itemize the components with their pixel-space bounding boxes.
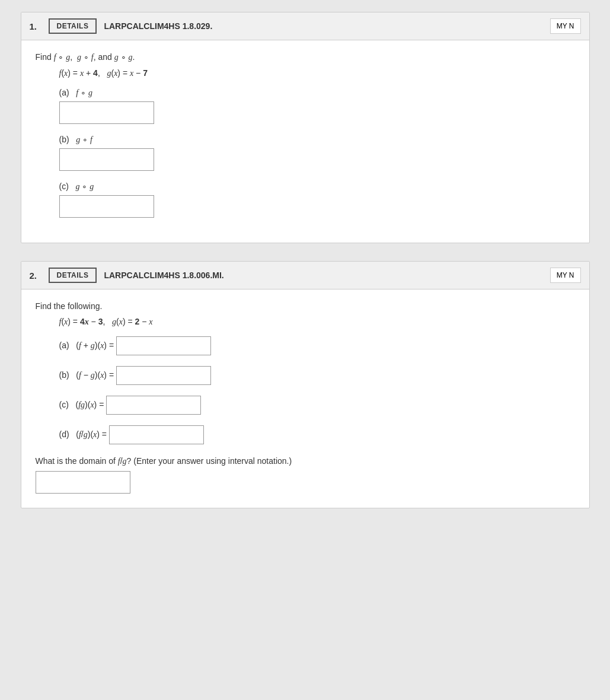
problem-2-details-button[interactable]: DETAILS (49, 268, 97, 283)
problem-1-part-b: (b) g ∘ f (59, 135, 575, 171)
problem-2-find-text: Find the following. (36, 301, 575, 311)
problem-2-part-a-input[interactable] (116, 336, 211, 355)
problem-1-part-b-label: (b) g ∘ f (59, 135, 575, 145)
problem-2-block: 2. DETAILS LARPCALCLIM4HS 1.8.006.MI. MY… (21, 261, 590, 508)
problem-1-content: Find f ∘ g, g ∘ f, and g ∘ g. f(x) = x +… (21, 40, 589, 243)
problem-1-part-c: (c) g ∘ g (59, 182, 575, 218)
problem-1-header: 1. DETAILS LARPCALCLIM4HS 1.8.029. MY N (21, 12, 589, 40)
problem-2-content: Find the following. f(x) = 4x − 3, g(x) … (21, 289, 589, 508)
problem-2-part-d-input[interactable] (109, 425, 204, 444)
problem-1-mynotes-button[interactable]: MY N (550, 18, 581, 34)
problem-2-part-d-label: (d) (f/g)(x) = (59, 425, 575, 444)
problem-1-part-a-input[interactable] (59, 101, 154, 124)
problem-1-block: 1. DETAILS LARPCALCLIM4HS 1.8.029. MY N … (21, 12, 590, 243)
problem-2-domain-text: What is the domain of f/g? (Enter your a… (36, 456, 575, 466)
problem-2-title: LARPCALCLIM4HS 1.8.006.MI. (104, 271, 542, 280)
problem-1-part-c-label: (c) g ∘ g (59, 182, 575, 192)
problem-2-part-c: (c) (fg)(x) = (59, 396, 575, 415)
problem-1-find-text: Find f ∘ g, g ∘ f, and g ∘ g. (36, 52, 575, 62)
problem-2-part-c-label: (c) (fg)(x) = (59, 396, 575, 415)
problem-1-functions: f(x) = x + 4, g(x) = x − 7 (59, 68, 575, 78)
problem-2-part-b-input[interactable] (116, 366, 211, 385)
problem-2-part-d: (d) (f/g)(x) = (59, 425, 575, 444)
problem-1-title: LARPCALCLIM4HS 1.8.029. (104, 21, 542, 31)
problem-2-part-a-label: (a) (f + g)(x) = (59, 336, 575, 355)
problem-2-part-a: (a) (f + g)(x) = (59, 336, 575, 355)
problem-1-part-a-label: (a) f ∘ g (59, 88, 575, 98)
problem-1-number: 1. (30, 21, 41, 31)
problem-2-domain-input[interactable] (36, 471, 130, 494)
problem-1-details-button[interactable]: DETAILS (49, 18, 97, 34)
problem-2-number: 2. (30, 271, 41, 281)
problem-1-part-a: (a) f ∘ g (59, 88, 575, 124)
problem-1-part-c-input[interactable] (59, 195, 154, 218)
problem-2-mynotes-button[interactable]: MY N (550, 268, 581, 283)
problem-2-part-b-label: (b) (f − g)(x) = (59, 366, 575, 385)
problem-2-part-c-input[interactable] (106, 396, 201, 415)
problem-2-part-b: (b) (f − g)(x) = (59, 366, 575, 385)
problem-2-functions: f(x) = 4x − 3, g(x) = 2 − x (59, 317, 575, 327)
page-container: 1. DETAILS LARPCALCLIM4HS 1.8.029. MY N … (21, 12, 590, 508)
problem-2-header: 2. DETAILS LARPCALCLIM4HS 1.8.006.MI. MY… (21, 262, 589, 289)
problem-2-domain-section: What is the domain of f/g? (Enter your a… (36, 456, 575, 494)
problem-1-part-b-input[interactable] (59, 148, 154, 171)
